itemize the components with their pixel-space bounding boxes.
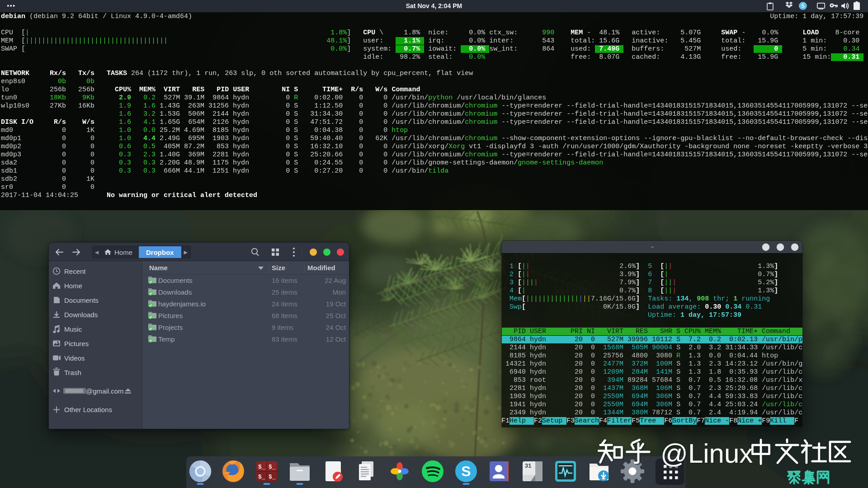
svg-text:@Linux: @Linux [660,438,753,469]
